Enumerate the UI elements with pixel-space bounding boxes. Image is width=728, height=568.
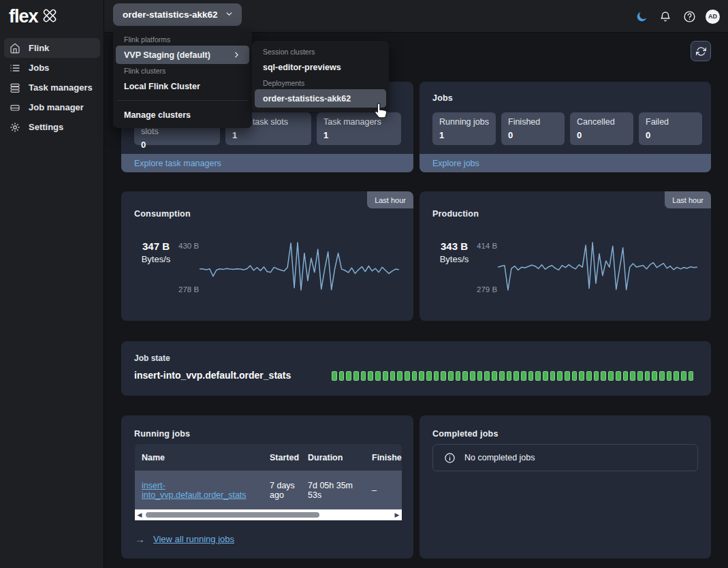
menu-item-sql-editor-previews[interactable]: sql-editor-previews	[255, 58, 386, 76]
job-state-segment	[594, 371, 599, 381]
consumption-y-max-label: 430 B	[178, 242, 199, 250]
job-state-segment	[565, 371, 570, 381]
running-jobs-table: NameStartedDurationFinished insert-into_…	[135, 444, 402, 520]
completed-jobs-title: Completed jobs	[432, 429, 498, 439]
scrollbar-thumb[interactable]	[146, 512, 319, 518]
running-jobs-table-body: insert-into_vvp.default.order_stats7 day…	[135, 471, 402, 509]
running-jobs-card: Running jobs NameStartedDurationFinished…	[121, 415, 413, 558]
job-state-segment	[608, 371, 614, 381]
job-state-segment	[528, 371, 534, 381]
consumption-chart-card: Last hour Consumption 347 B Bytes/s 430 …	[121, 191, 413, 321]
view-all-running-jobs: → View all running jobs	[135, 533, 234, 545]
job-state-segment	[630, 371, 635, 381]
sidebar-item-jobs[interactable]: Jobs	[4, 58, 100, 78]
task-slots-card-footer: Explore task managers	[121, 154, 413, 172]
table-row: insert-into_vvp.default.order_stats7 day…	[135, 471, 402, 509]
consumption-current-value: 347 B Bytes/s	[133, 240, 178, 264]
menu-section-label-flink-platforms: Flink platforms	[116, 33, 249, 46]
explore-jobs-link[interactable]: Explore jobs	[432, 159, 479, 168]
cluster-selector-value: order-statistics-akk62	[123, 10, 218, 20]
cell-duration: 7d 05h 35m 53s	[301, 481, 365, 500]
view-all-running-jobs-link[interactable]: View all running jobs	[153, 534, 234, 544]
stat-value: 0	[577, 130, 627, 140]
production-time-range-badge: Last hour	[665, 191, 711, 208]
menu-section-label-session-clusters: Session clusters	[255, 45, 386, 58]
chevron-right-icon	[232, 50, 241, 59]
sidebar-item-flink[interactable]: Flink	[4, 38, 100, 58]
stat-label: Finished	[508, 117, 558, 127]
job-state-segment	[346, 371, 351, 381]
sidebar-item-label: Job manager	[29, 102, 84, 112]
job-state-segment	[426, 371, 432, 381]
refresh-button[interactable]	[691, 41, 711, 61]
job-state-segment	[601, 371, 606, 381]
job-state-segment	[535, 371, 541, 381]
sidebar-item-label: Task managers	[29, 82, 93, 93]
top-bar	[0, 0, 728, 33]
arrow-right-icon: →	[135, 533, 145, 545]
menu-item-label: VVP Staging (default)	[124, 50, 210, 60]
job-state-card: Job state insert-into_vvp.default.order_…	[121, 341, 711, 396]
sidebar-item-job-manager[interactable]: Job manager	[4, 97, 100, 117]
job-state-segment	[579, 371, 584, 381]
consumption-chart-title: Consumption	[134, 209, 191, 219]
info-icon	[444, 452, 456, 464]
production-current-value: 343 B Bytes/s	[432, 240, 477, 264]
server-icon	[10, 102, 20, 113]
job-state-segment	[441, 371, 446, 381]
mouse-cursor-hand-icon	[372, 101, 390, 125]
sidebar-item-task-managers[interactable]: Task managers	[4, 78, 100, 97]
job-state-segment	[492, 371, 497, 381]
sidebar-nav: FlinkJobsTask managersJob managerSetting…	[0, 38, 104, 137]
menu-item-label: order-statistics-akk62	[263, 94, 351, 104]
production-y-max-label: 414 B	[477, 242, 497, 250]
menu-item-manage-clusters[interactable]: Manage clusters	[116, 106, 249, 124]
running-jobs-title: Running jobs	[134, 429, 190, 439]
sidebar-item-settings[interactable]: Settings	[4, 117, 100, 137]
cluster-selector-dropdown[interactable]: order-statistics-akk62	[113, 3, 242, 26]
menu-item-label: Local Flink Cluster	[124, 82, 200, 91]
job-state-segment	[477, 371, 483, 381]
help-icon[interactable]	[682, 9, 697, 24]
sidebar-item-label: Jobs	[29, 63, 49, 73]
cell-started: 7 days ago	[263, 481, 301, 500]
home-icon	[10, 43, 20, 54]
job-state-segment	[368, 371, 373, 381]
menu-separator	[117, 100, 248, 101]
cell-finished: –	[365, 486, 402, 495]
menu-item-vvp-staging-default[interactable]: VVP Staging (default)	[116, 46, 249, 64]
topbar-actions: AD	[634, 0, 720, 33]
jobs-card-title: Jobs	[432, 93, 453, 103]
job-state-segment	[412, 371, 417, 381]
menu-item-local-flink-cluster[interactable]: Local Flink Cluster	[116, 77, 249, 95]
job-state-segment	[623, 371, 629, 381]
notifications-bell-icon[interactable]	[658, 9, 673, 24]
explore-task-managers-link[interactable]: Explore task managers	[134, 159, 221, 168]
stat-value: 1	[439, 130, 489, 140]
job-state-segment	[557, 371, 563, 381]
horizontal-scrollbar[interactable]: ◀ ▶	[135, 509, 402, 520]
job-state-segment	[681, 371, 686, 381]
stat-finished: Finished0	[501, 112, 565, 145]
job-state-segment	[521, 371, 526, 381]
theme-toggle-moon-icon[interactable]	[634, 9, 649, 24]
job-state-segment	[637, 371, 643, 381]
job-state-segment	[434, 371, 439, 381]
job-state-segment	[361, 371, 366, 381]
avatar[interactable]: AD	[706, 10, 720, 24]
scroll-right-icon[interactable]: ▶	[392, 509, 402, 520]
job-state-segment	[332, 371, 337, 381]
job-name-link[interactable]: insert-into_vvp.default.order_stats	[142, 481, 247, 500]
scroll-left-icon[interactable]: ◀	[135, 509, 144, 520]
menu-item-order-statistics-akk62[interactable]: order-statistics-akk62	[255, 89, 386, 108]
sidebar-item-label: Settings	[29, 122, 63, 132]
scrollbar-track[interactable]	[144, 509, 392, 520]
stat-value: 0	[508, 130, 558, 140]
logo-x-icon	[41, 7, 59, 27]
running-jobs-table-header: NameStartedDurationFinished	[135, 444, 402, 471]
job-state-segment	[674, 371, 679, 381]
job-state-segment	[448, 371, 454, 381]
cluster-submenu: Session clusterssql-editor-previewsDeplo…	[252, 41, 389, 112]
job-state-segment	[513, 371, 519, 381]
production-chart-card: Last hour Production 343 B Bytes/s 414 B…	[420, 191, 711, 321]
